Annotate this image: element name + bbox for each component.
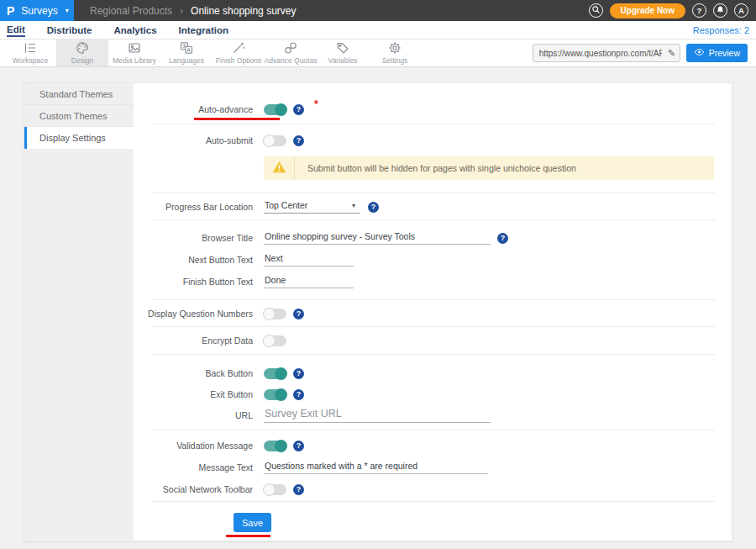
warning-text: Submit button will be hidden for pages w… — [295, 156, 576, 180]
validation-message-help-icon[interactable]: ? — [293, 441, 304, 451]
next-button-text-input[interactable] — [264, 253, 354, 267]
search-icon — [591, 5, 601, 16]
toggle-knob — [263, 335, 276, 347]
toolbar-item-label: Languages — [169, 56, 204, 65]
display-question-numbers-row: Display Question Numbers ? — [134, 303, 732, 325]
selected-option-label: Top Center — [265, 200, 307, 210]
nav-tab-distribute[interactable]: Distribute — [47, 24, 92, 36]
validation-message-label: Validation Message — [134, 441, 253, 451]
section-divider — [152, 354, 715, 355]
annotation-underline-save — [226, 535, 270, 537]
toolbar-item-languages[interactable]: Languages — [160, 40, 213, 66]
section-divider — [152, 193, 715, 193]
toggle-knob — [275, 103, 287, 116]
toolbar-item-variables[interactable]: Variables — [317, 40, 369, 66]
topbar-actions: Upgrade Now ? A — [589, 3, 756, 18]
next-button-text-row: Next Button Text — [134, 249, 732, 271]
exit-url-input[interactable] — [264, 408, 491, 423]
nav-tab-edit[interactable]: Edit — [7, 23, 25, 37]
exit-url-row: URL — [134, 404, 732, 426]
section-divider — [152, 501, 715, 502]
sidebar-item-standard-themes[interactable]: Standard Themes — [24, 83, 134, 105]
toolbar-item-design[interactable]: Design — [56, 40, 108, 66]
save-row: Save — [134, 513, 732, 533]
auto-submit-help-icon[interactable]: ? — [293, 135, 304, 146]
social-network-toolbar-toggle[interactable] — [264, 484, 286, 495]
display-settings-content: Auto-advance ? Auto-submit ? — [134, 83, 732, 541]
advance-quotas-links-icon — [284, 41, 297, 55]
sidebar-item-label: Display Settings — [39, 133, 106, 143]
save-button[interactable]: Save — [234, 513, 271, 532]
exit-url-label: URL — [134, 410, 253, 420]
encrypt-data-toggle[interactable] — [264, 335, 286, 346]
sidebar-item-label: Standard Themes — [39, 89, 113, 99]
browser-title-input[interactable] — [264, 231, 491, 245]
encrypt-data-label: Encrypt Data — [134, 335, 253, 346]
back-button-help-icon[interactable]: ? — [293, 368, 304, 379]
media-library-icon — [128, 41, 141, 55]
finish-button-text-row: Finish Button Text — [134, 271, 732, 293]
finish-button-text-label: Finish Button Text — [134, 277, 253, 287]
browser-title-help-icon[interactable]: ? — [497, 233, 508, 244]
breadcrumb: Regional Products › Online shopping surv… — [90, 5, 296, 17]
auto-submit-label: Auto-submit — [134, 135, 253, 145]
sidebar-item-custom-themes[interactable]: Custom Themes — [24, 105, 134, 127]
notifications-button[interactable] — [713, 3, 727, 18]
auto-advance-help-icon[interactable]: ? — [293, 104, 304, 115]
back-button-toggle[interactable] — [264, 368, 286, 379]
avatar[interactable]: A — [734, 3, 748, 18]
upgrade-now-button[interactable]: Upgrade Now — [610, 3, 685, 18]
progress-bar-help-icon[interactable]: ? — [368, 202, 379, 213]
toggle-knob — [275, 440, 287, 452]
surveys-menu-label: Surveys — [21, 5, 57, 17]
toggle-knob — [275, 367, 287, 380]
nav-tab-integration[interactable]: Integration — [179, 24, 228, 36]
display-question-numbers-help-icon[interactable]: ? — [293, 309, 304, 319]
finish-button-text-input[interactable] — [264, 275, 354, 288]
workspace-icon — [24, 41, 37, 55]
preview-button[interactable]: Preview — [686, 44, 748, 62]
display-question-numbers-toggle[interactable] — [264, 309, 286, 319]
toolbar-item-label: Advance Quotas — [265, 56, 318, 65]
search-button[interactable] — [589, 3, 603, 18]
design-panel: Standard Themes Custom Themes Display Se… — [24, 82, 732, 541]
design-sidebar: Standard Themes Custom Themes Display Se… — [24, 83, 134, 541]
toolbar-item-media-library[interactable]: Media Library — [108, 40, 160, 66]
nav-tab-analytics[interactable]: Analytics — [113, 24, 156, 36]
social-network-toolbar-help-icon[interactable]: ? — [293, 484, 304, 495]
toolbar-item-label: Finish Options — [216, 56, 261, 65]
warning-triangle-icon — [272, 161, 286, 177]
auto-advance-toggle[interactable] — [264, 104, 286, 115]
question-mark-icon: ? — [697, 6, 702, 15]
toolbar-item-workspace[interactable]: Workspace — [4, 40, 56, 66]
surveys-menu[interactable]: P Surveys ▾ — [0, 0, 74, 21]
languages-translate-icon — [180, 41, 193, 55]
sidebar-item-display-settings[interactable]: Display Settings — [24, 127, 134, 149]
toolbar-item-advance-quotas[interactable]: Advance Quotas — [265, 40, 317, 66]
exit-button-toggle[interactable] — [264, 389, 286, 400]
edit-url-pencil-icon[interactable]: ✎ — [664, 48, 680, 59]
next-button-text-label: Next Button Text — [134, 255, 253, 265]
auto-submit-toggle[interactable] — [264, 135, 286, 146]
breadcrumb-parent[interactable]: Regional Products — [90, 5, 172, 17]
progress-bar-location-label: Progress Bar Location — [134, 202, 253, 212]
chevron-down-icon: ▾ — [66, 7, 69, 14]
responses-count-link[interactable]: Responses: 2 — [693, 25, 749, 35]
toolbar-right: ✎ Preview — [533, 40, 756, 66]
design-toolbar: Workspace Design Media Library Languages… — [0, 40, 756, 67]
progress-bar-location-select[interactable]: Top Center ▾ — [264, 200, 360, 214]
help-button[interactable]: ? — [692, 3, 706, 18]
toggle-knob — [263, 483, 276, 496]
message-text-input[interactable] — [264, 461, 488, 474]
survey-url-input[interactable] — [533, 49, 664, 58]
encrypt-data-row: Encrypt Data — [134, 330, 732, 351]
exit-button-help-icon[interactable]: ? — [293, 389, 304, 400]
toggle-knob — [275, 388, 287, 401]
toolbar-item-settings[interactable]: Settings — [369, 40, 421, 66]
toolbar-item-finish-options[interactable]: Finish Options — [213, 40, 265, 66]
finish-options-wand-icon — [232, 41, 245, 55]
browser-title-row: Browser Title ? — [134, 227, 732, 249]
toggle-knob — [263, 308, 276, 320]
section-divider — [152, 299, 715, 300]
validation-message-toggle[interactable] — [264, 441, 286, 451]
